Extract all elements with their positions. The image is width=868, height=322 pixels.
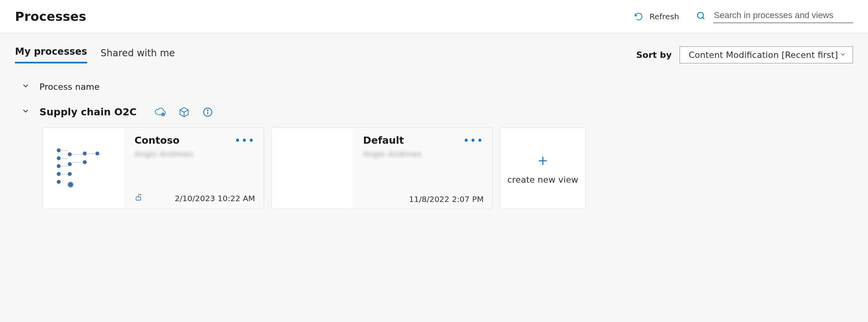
refresh-label: Refresh — [649, 12, 679, 21]
process-name[interactable]: Supply chain O2C — [39, 106, 137, 118]
tab-my-processes[interactable]: My processes — [15, 42, 87, 63]
create-new-view-button[interactable]: ＋ create new view — [500, 127, 586, 209]
more-icon: ••• — [235, 135, 255, 146]
tab-shared-with-me[interactable]: Shared with me — [101, 44, 175, 63]
view-author: Angie Andrews — [363, 149, 484, 159]
search-input[interactable] — [713, 10, 853, 21]
refresh-button[interactable]: Refresh — [633, 11, 679, 22]
plus-icon: ＋ — [535, 152, 551, 168]
process-expand-toggle[interactable] — [21, 107, 30, 117]
view-card[interactable]: ••• Default Angie Andrews 11/8/2022 2:07… — [271, 127, 493, 209]
search-field[interactable] — [713, 10, 853, 23]
sort-by-select[interactable]: Content Modification [Recent first] — [680, 46, 853, 63]
refresh-icon — [633, 11, 644, 22]
column-process-name: Process name — [39, 82, 100, 92]
search-icon — [696, 11, 706, 23]
column-header-row[interactable]: Process name — [21, 81, 853, 92]
chevron-down-icon — [839, 50, 846, 60]
svg-point-0 — [697, 12, 703, 18]
more-icon: ••• — [463, 135, 484, 146]
cloud-upload-icon[interactable] — [154, 107, 166, 118]
page-title: Processes — [15, 9, 86, 24]
view-author: Angie Andrews — [134, 149, 255, 159]
svg-rect-4 — [136, 197, 141, 200]
view-date: 11/8/2022 2:07 PM — [409, 194, 484, 204]
view-card[interactable]: ••• Contoso Angie Andrews 2/10/2023 10:2… — [43, 127, 264, 209]
svg-point-3 — [207, 110, 208, 111]
card-more-button[interactable]: ••• — [463, 135, 484, 146]
card-more-button[interactable]: ••• — [235, 135, 255, 146]
view-date: 2/10/2023 10:22 AM — [175, 194, 255, 203]
view-preview — [272, 128, 353, 209]
sort-by-value: Content Modification [Recent first] — [689, 50, 838, 60]
view-preview — [43, 128, 124, 209]
sort-by-label: Sort by — [636, 50, 672, 60]
info-icon[interactable] — [202, 107, 213, 118]
chevron-down-icon — [21, 81, 30, 92]
lock-icon — [134, 192, 142, 204]
package-icon[interactable] — [179, 107, 190, 118]
create-new-view-label: create new view — [507, 175, 578, 185]
